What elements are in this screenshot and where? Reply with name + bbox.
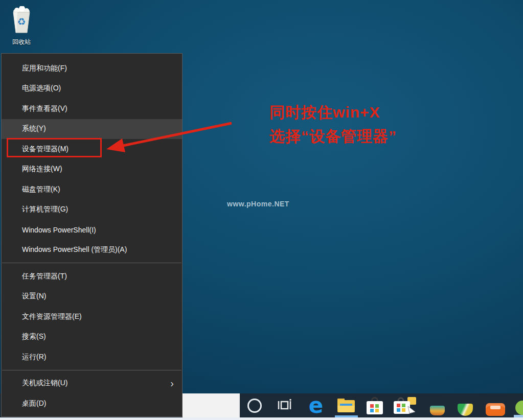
- store-icon[interactable]: [365, 396, 385, 416]
- cortana-icon[interactable]: [247, 399, 262, 413]
- menu-item-search[interactable]: 搜索(S): [2, 327, 182, 347]
- submenu-chevron-icon: ›: [170, 378, 174, 388]
- watermark-text: www.pHome.NET: [227, 200, 289, 208]
- annotation-highlight-box: [7, 138, 102, 157]
- menu-item-powershell-admin[interactable]: Windows PowerShell (管理员)(A): [2, 240, 182, 261]
- recycle-bin-desktop-icon[interactable]: ♻ 回收站: [5, 6, 38, 46]
- menu-item-shutdown-signout[interactable]: 关机或注销(U) ›: [2, 374, 182, 394]
- menu-item-settings[interactable]: 设置(N): [2, 287, 182, 307]
- menu-separator: [2, 370, 181, 370]
- menu-item-task-manager[interactable]: 任务管理器(T): [2, 266, 182, 287]
- menu-separator: [2, 263, 181, 263]
- menu-item-system[interactable]: 系统(Y): [2, 119, 182, 139]
- menu-item-file-explorer[interactable]: 文件资源管理器(E): [2, 307, 182, 327]
- pinned-app-icon[interactable]: [486, 403, 505, 416]
- annotation-line2: 选择“设备管理器”: [269, 124, 397, 148]
- store-search-icon[interactable]: [393, 396, 418, 416]
- winx-menu: 应用和功能(F) 电源选项(O) 事件查看器(V) 系统(Y) 设备管理器(M)…: [1, 53, 183, 417]
- pinned-app-icon[interactable]: [430, 406, 445, 415]
- screenshot-bottom-border: [0, 417, 523, 420]
- pinned-app-icon[interactable]: [515, 401, 523, 415]
- menu-item-computer-management[interactable]: 计算机管理(G): [2, 200, 182, 220]
- annotation-line1: 同时按住win+X: [269, 100, 397, 124]
- pinned-app-icon[interactable]: [458, 404, 473, 416]
- shopping-bag-icon: [365, 396, 385, 416]
- task-view-glyph-icon: [277, 398, 293, 412]
- menu-item-run[interactable]: 运行(R): [2, 347, 182, 367]
- menu-item-disk-management[interactable]: 磁盘管理(K): [2, 179, 182, 200]
- annotation-text: 同时按住win+X 选择“设备管理器”: [269, 100, 397, 148]
- edge-icon[interactable]: e: [306, 393, 326, 417]
- recycle-bin-icon: ♻: [10, 6, 33, 35]
- menu-item-apps-features[interactable]: 应用和功能(F): [2, 58, 182, 79]
- file-explorer-icon[interactable]: [336, 397, 356, 414]
- menu-item-desktop[interactable]: 桌面(D): [2, 393, 182, 414]
- shopping-bag-folder-icon: [393, 396, 418, 416]
- recycle-symbol-icon: ♻: [17, 16, 26, 27]
- taskbar-search-box[interactable]: [183, 393, 240, 417]
- menu-item-powershell[interactable]: Windows PowerShell(I): [2, 220, 182, 240]
- menu-item-network-connections[interactable]: 网络连接(W): [2, 159, 182, 180]
- menu-item-label: 关机或注销(U): [22, 379, 67, 388]
- recycle-bin-label: 回收站: [5, 38, 38, 46]
- menu-item-power-options[interactable]: 电源选项(O): [2, 79, 182, 99]
- task-view-icon[interactable]: [277, 398, 293, 412]
- folder-icon: [336, 397, 356, 414]
- menu-item-event-viewer[interactable]: 事件查看器(V): [2, 99, 182, 119]
